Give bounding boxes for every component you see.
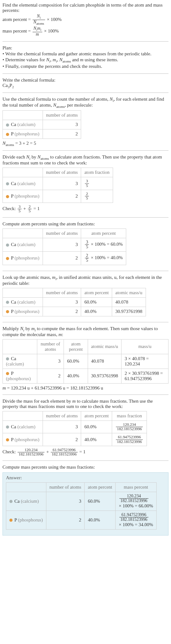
phosphorus-dot-icon <box>6 133 9 136</box>
divider <box>3 322 168 322</box>
answer-box: Answer: number of atomsatom percentmass … <box>3 472 168 536</box>
natoms-sum: Natoms = 3 + 2 = 5 <box>3 141 168 147</box>
phosphorus-dot-icon <box>6 372 9 375</box>
atom-fractions: Divide each Ni by Natoms to calculate at… <box>3 153 168 214</box>
table-row: P (phosphorus) 2 <box>3 129 81 139</box>
calcium-dot-icon <box>6 357 9 360</box>
atom-percent-table: number of atomsatom percent Ca (calcium)… <box>3 229 126 265</box>
intro-text: Find the elemental composition for calci… <box>3 3 168 13</box>
divider <box>3 395 168 395</box>
plan-item: • Write the chemical formula and gather … <box>3 51 168 57</box>
divider <box>3 460 168 461</box>
atom-percents: Compute atom percents using the atom fra… <box>3 220 168 268</box>
count-atoms: Use the chemical formula to count the nu… <box>3 95 168 148</box>
table-row: P (phosphorus) 2 40.0% 61.947523996182.1… <box>3 433 147 446</box>
mass-fractions: Divide the mass for each element by m to… <box>3 397 168 458</box>
divider <box>3 150 168 151</box>
phosphorus-dot-icon <box>6 438 9 441</box>
atomic-mass: Look up the atomic mass, mi, in unified … <box>3 274 168 319</box>
calcium-dot-icon <box>6 301 9 304</box>
table-row: P (phosphorus) 2 40.0% 30.973761998 2 × … <box>3 369 168 383</box>
atom-fraction-table: number of atomsatom fraction Ca (calcium… <box>3 168 113 203</box>
atom-fraction-check: Check: 35 + 25 = 1 <box>3 205 168 214</box>
table-row: P (phosphorus) 2 25 <box>3 190 113 203</box>
chemical-formula: Write the chemical formula: Ca3P2 <box>3 76 168 90</box>
table-row: P (phosphorus) 2 25 × 100% = 40.0% <box>3 251 126 265</box>
answer-table: number of atomsatom percentmass percent … <box>6 482 157 530</box>
answer-label: Answer: <box>6 475 165 480</box>
formula-value: Ca3P2 <box>3 83 168 89</box>
divider <box>3 73 168 74</box>
formula-heading: Write the chemical formula: <box>3 78 168 83</box>
mass-multiply: Multiply Ni by mi to compute the mass fo… <box>3 325 168 392</box>
plan-item: • Finally, compute the percents and chec… <box>3 64 168 69</box>
plan-item: • Determine values for Ni, mi, Natoms an… <box>3 57 168 63</box>
plan: Plan: • Write the chemical formula and g… <box>3 44 168 71</box>
table-row: Ca (calcium) 3 60.0% 40.078 <box>3 297 146 307</box>
intro: Find the elemental composition for calci… <box>3 1 168 39</box>
table-row: Ca (calcium) 3 35 <box>3 177 113 190</box>
phosphorus-dot-icon <box>6 257 9 260</box>
plan-heading: Plan: <box>3 45 168 51</box>
atom-percent-formula: atom percent = Ni Natoms × 100% <box>3 14 168 25</box>
calcium-dot-icon <box>6 182 9 185</box>
molecular-mass-sum: m = 120.234 u + 61.947523996 u = 182.181… <box>3 385 168 391</box>
phosphorus-dot-icon <box>9 519 13 522</box>
table-row: P (phosphorus) 2 40.0% 61.947523996182.1… <box>6 511 157 529</box>
calcium-dot-icon <box>9 500 13 503</box>
calcium-dot-icon <box>6 244 9 247</box>
mass-fraction-check: Check: 120.234182.181523996 + 61.9475239… <box>3 448 168 457</box>
mass-table: number of atomsatom percentatomic mass/u… <box>3 339 168 384</box>
divider <box>3 41 168 42</box>
mass-fraction-table: number of atomsatom percentmass fraction… <box>3 411 147 446</box>
phosphorus-dot-icon <box>6 310 9 313</box>
table-row: Ca (calcium) 3 60.0% 120.234182.18152399… <box>6 492 157 511</box>
table-row: Ca (calcium) 3 60.0% 40.078 3 × 40.078 =… <box>3 354 168 369</box>
divider <box>3 93 168 93</box>
table-row: P (phosphorus) 2 40.0% 30.973761998 <box>3 307 146 316</box>
mass-percents: Compute mass percents using the mass fra… <box>3 463 168 537</box>
phosphorus-dot-icon <box>6 195 9 198</box>
divider <box>3 271 168 271</box>
divider <box>3 217 168 218</box>
mass-percent-formula: mass percent = Nimi m × 100% <box>3 26 168 37</box>
atomic-mass-table: number of atomsatom percentatomic mass/u… <box>3 288 146 316</box>
table-row: Ca (calcium) 3 35 × 100% = 60.0% <box>3 238 126 251</box>
table-row: Ca (calcium) 3 60.0% 120.234182.18152399… <box>3 420 147 433</box>
calcium-dot-icon <box>6 425 9 429</box>
count-table: number of atoms Ca (calcium) 3 P (phosph… <box>3 110 81 139</box>
table-row: Ca (calcium) 3 <box>3 120 81 129</box>
calcium-dot-icon <box>6 123 9 127</box>
